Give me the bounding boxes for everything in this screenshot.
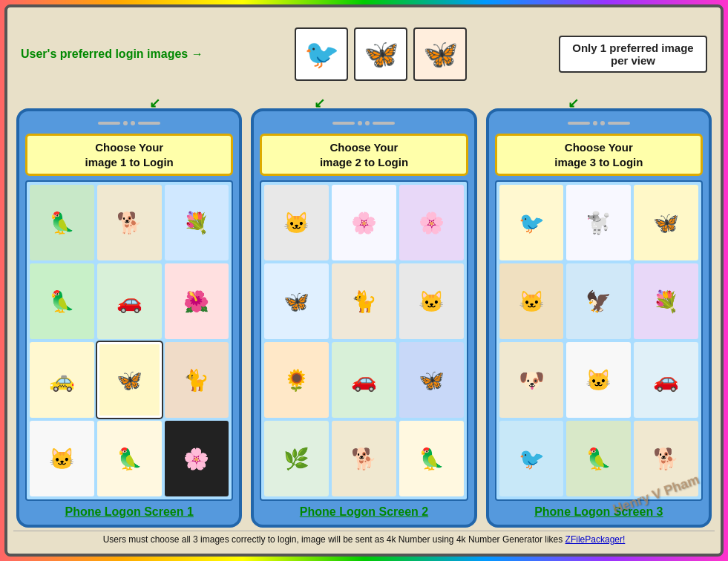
- screen1-grid: 🦜 🐕 💐 🦜 🚗 🌺 🚕 🦋 🐈 🐱 🦜 🌸: [25, 180, 233, 501]
- screen2-title: Choose Your image 2 to Login: [260, 134, 468, 176]
- screen2-img-7[interactable]: 🌻: [264, 342, 329, 418]
- screen1-img-6[interactable]: 🌺: [165, 263, 229, 339]
- screen2-title-line2: image 2 to Login: [265, 155, 462, 170]
- screen1-img-10[interactable]: 🐱: [30, 421, 94, 496]
- screen3-img-7[interactable]: 🐶: [499, 342, 564, 418]
- screen2-img-11[interactable]: 🐕: [332, 421, 396, 496]
- screen1-title: Choose Your image 1 to Login: [25, 134, 233, 176]
- phone-screen-3: Choose Your image 3 to Login 🐦 🐩 🦋 🐱 🦅 💐…: [486, 108, 712, 528]
- screen3-img-6[interactable]: 💐: [634, 263, 698, 339]
- screen2-img-8[interactable]: 🚗: [332, 342, 396, 418]
- phone-top-bar-2: [260, 117, 468, 129]
- screen1-title-line1: Choose Your: [30, 140, 228, 155]
- screen3-title-line1: Choose Your: [500, 140, 698, 155]
- screen3-img-4[interactable]: 🐱: [499, 263, 564, 339]
- screen2-img-6[interactable]: 🐱: [399, 263, 464, 339]
- only-one-label: Only 1 preferred image per view: [559, 36, 707, 73]
- screen3-img-2[interactable]: 🐩: [566, 185, 631, 260]
- screen1-img-3[interactable]: 💐: [165, 185, 229, 260]
- screen2-img-9[interactable]: 🦋: [399, 342, 464, 418]
- screen1-img-7[interactable]: 🚕: [30, 342, 94, 418]
- only-one-text: Only 1 preferred image per view: [572, 42, 693, 67]
- screen3-img-8[interactable]: 🐱: [566, 342, 631, 418]
- screen3-img-5[interactable]: 🦅: [566, 263, 631, 339]
- screens-row: Choose Your image 1 to Login 🦜 🐕 💐 🦜 🚗 🌺…: [13, 108, 715, 528]
- screen2-img-10[interactable]: 🌿: [264, 421, 329, 496]
- screen3-grid: 🐦 🐩 🦋 🐱 🦅 💐 🐶 🐱 🚗 🐦 🦜 🐕: [495, 180, 703, 501]
- main-container: User's preferred login images → 🐦 🦋 🦋 On…: [4, 4, 724, 557]
- screen1-img-1[interactable]: 🦜: [30, 185, 94, 260]
- screen1-label: Phone Logon Screen 1: [25, 505, 233, 519]
- phone-line-6: [608, 122, 630, 125]
- screen3-img-9[interactable]: 🚗: [634, 342, 698, 418]
- bottom-link[interactable]: ZFilePackager!: [565, 534, 626, 545]
- screen1-title-line2: image 1 to Login: [30, 155, 228, 170]
- preferred-label: User's preferred login images →: [21, 47, 203, 61]
- screen1-img-4[interactable]: 🦜: [30, 263, 94, 339]
- preferred-img-1[interactable]: 🐦: [295, 27, 348, 81]
- screen1-img-12[interactable]: 🌸: [165, 421, 229, 496]
- phone-screen-2: Choose Your image 2 to Login 🐱 🌸 🌸 🦋 🐈 🐱…: [251, 108, 476, 528]
- phone-top-bar-3: [495, 117, 703, 129]
- screen1-label-text: Phone Logon Screen 1: [65, 505, 193, 518]
- screen1-img-11[interactable]: 🦜: [97, 421, 162, 496]
- screen1-img-2[interactable]: 🐕: [97, 185, 162, 260]
- bottom-link-text: ZFilePackager!: [565, 534, 626, 545]
- phone-screen-1: Choose Your image 1 to Login 🦜 🐕 💐 🦜 🚗 🌺…: [16, 108, 242, 528]
- screen3-img-3[interactable]: 🦋: [634, 185, 698, 260]
- phone-line-2: [138, 122, 160, 125]
- screen2-label-text: Phone Logon Screen 2: [300, 505, 428, 518]
- screen2-label: Phone Logon Screen 2: [260, 505, 468, 519]
- screen3-label: Phone Logon Screen 3: [495, 505, 703, 519]
- phone-dot-3: [358, 121, 362, 125]
- screen2-img-4[interactable]: 🦋: [264, 263, 329, 339]
- screen3-img-12[interactable]: 🐕: [634, 421, 698, 496]
- phone-line-1: [98, 122, 120, 125]
- screen2-title-line1: Choose Your: [265, 140, 462, 155]
- screen3-title: Choose Your image 3 to Login: [495, 134, 703, 176]
- screen2-img-2[interactable]: 🌸: [332, 185, 396, 260]
- screen1-img-8[interactable]: 🦋: [97, 342, 162, 418]
- phone-dot-5: [593, 121, 597, 125]
- screen2-img-5[interactable]: 🐈: [332, 263, 396, 339]
- top-section: User's preferred login images → 🐦 🦋 🦋 On…: [13, 13, 715, 95]
- screen3-title-line2: image 3 to Login: [500, 155, 698, 170]
- screen3-img-11[interactable]: 🦜: [566, 421, 631, 496]
- screen3-label-text: Phone Logon Screen 3: [534, 505, 663, 518]
- phone-line-3: [332, 122, 355, 125]
- screen1-img-5[interactable]: 🚗: [97, 263, 162, 339]
- preferred-images-row: 🐦 🦋 🦋: [295, 27, 467, 81]
- phone-dot-6: [600, 121, 605, 125]
- phone-dot-4: [365, 121, 370, 125]
- phone-line-5: [568, 122, 590, 125]
- phone-top-bar-1: [25, 117, 233, 129]
- screen2-img-3[interactable]: 🌸: [399, 185, 464, 260]
- screen3-img-10[interactable]: 🐦: [499, 421, 564, 496]
- screen1-img-9[interactable]: 🐈: [165, 342, 229, 418]
- bottom-text-content: Users must choose all 3 images correctly…: [103, 534, 565, 545]
- bottom-text-area: Users must choose all 3 images correctly…: [13, 531, 715, 548]
- screen2-grid: 🐱 🌸 🌸 🦋 🐈 🐱 🌻 🚗 🦋 🌿 🐕 🦜: [260, 180, 468, 501]
- preferred-img-2[interactable]: 🦋: [354, 27, 407, 81]
- preferred-label-text: User's preferred login images →: [21, 47, 203, 61]
- screen2-img-1[interactable]: 🐱: [264, 185, 329, 260]
- phone-line-4: [373, 122, 395, 125]
- phone-dot-2: [131, 121, 135, 125]
- screen2-img-12[interactable]: 🦜: [399, 421, 464, 496]
- screen3-img-1[interactable]: 🐦: [499, 185, 564, 260]
- preferred-img-3[interactable]: 🦋: [413, 27, 467, 81]
- phone-dot-1: [123, 121, 128, 125]
